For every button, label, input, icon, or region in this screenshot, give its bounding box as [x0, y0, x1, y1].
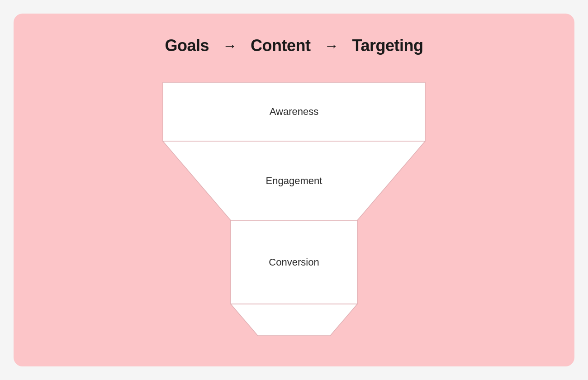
- conversion-label: Conversion: [269, 256, 319, 268]
- arrow2-icon: →: [324, 38, 339, 54]
- engagement-region: Engagement: [163, 141, 425, 220]
- arrow1-icon: →: [223, 38, 237, 54]
- awareness-region: Awareness: [163, 82, 425, 141]
- conversion-region: Conversion: [231, 220, 357, 304]
- goals-label: Goals: [165, 36, 209, 55]
- svg-marker-3: [231, 304, 357, 336]
- engagement-label: Engagement: [266, 175, 322, 187]
- funnel-diagram: Awareness Engagement Conversion: [158, 78, 430, 340]
- awareness-label: Awareness: [270, 106, 318, 118]
- content-label: Content: [251, 36, 310, 55]
- header-nav: Goals → Content → Targeting: [165, 36, 423, 55]
- main-card: Goals → Content → Targeting Awareness: [14, 14, 574, 366]
- targeting-label: Targeting: [352, 36, 423, 55]
